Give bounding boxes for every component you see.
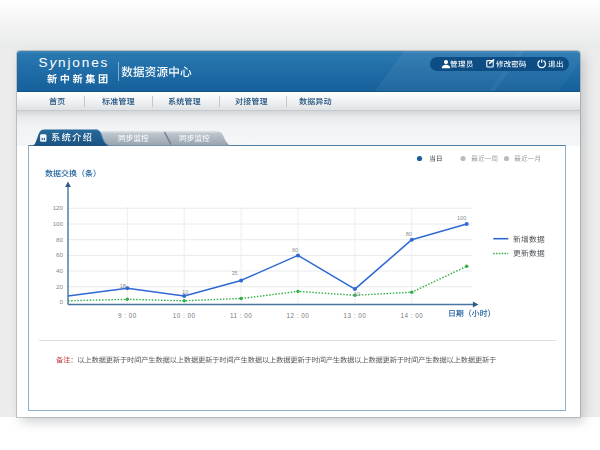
svg-text:100: 100 (457, 215, 466, 221)
svg-text:9 : 00: 9 : 00 (118, 312, 137, 319)
svg-text:40: 40 (56, 267, 63, 274)
svg-text:10: 10 (182, 289, 188, 295)
svg-text:10 : 00: 10 : 00 (173, 312, 196, 319)
svg-text:18: 18 (120, 283, 126, 289)
svg-text:10: 10 (354, 291, 360, 297)
svg-text:100: 100 (53, 220, 64, 227)
svg-text:60: 60 (292, 247, 298, 253)
svg-text:14 : 00: 14 : 00 (400, 312, 423, 319)
svg-text:80: 80 (406, 231, 412, 237)
svg-text:20: 20 (56, 283, 63, 290)
svg-text:35: 35 (231, 270, 237, 276)
svg-text:120: 120 (53, 204, 64, 211)
svg-text:80: 80 (56, 236, 63, 243)
svg-text:60: 60 (56, 251, 63, 258)
svg-text:13 : 00: 13 : 00 (344, 312, 367, 319)
svg-text:11 : 00: 11 : 00 (230, 312, 252, 319)
svg-text:12 : 00: 12 : 00 (287, 312, 310, 319)
svg-text:0: 0 (60, 298, 64, 305)
